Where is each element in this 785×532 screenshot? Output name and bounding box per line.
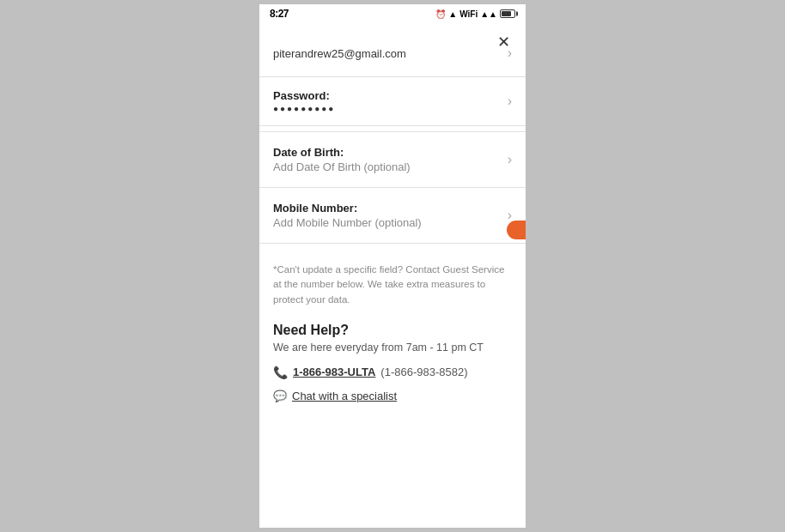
scroll-indicator <box>507 221 526 239</box>
network-icon: ▲▲ <box>480 9 497 19</box>
card-section: Date of Birth: Add Date Of Birth (option… <box>259 131 526 244</box>
signal-icon: ▲ <box>448 9 457 19</box>
battery-icon <box>500 9 515 18</box>
alarm-icon: ⏰ <box>435 9 446 19</box>
help-section: Need Help? We are here everyday from 7am… <box>259 314 526 416</box>
email-value: piterandrew25@gmail.com <box>273 47 501 60</box>
mobile-number-row[interactable]: Mobile Number: Add Mobile Number (option… <box>259 188 526 243</box>
chat-specialist-link[interactable]: 💬 Chat with a specialist <box>273 390 512 402</box>
status-icons: ⏰ ▲ WiFi ▲▲ <box>435 9 515 19</box>
dob-chevron-icon: › <box>508 152 512 167</box>
dob-label: Date of Birth: <box>273 146 501 159</box>
date-of-birth-row[interactable]: Date of Birth: Add Date Of Birth (option… <box>259 132 526 188</box>
help-title: Need Help? <box>273 323 512 338</box>
password-content: Password: ●●●●●●●●● <box>273 89 501 113</box>
note-text: *Can't update a specific field? Contact … <box>273 263 512 307</box>
chat-text: Chat with a specialist <box>292 390 397 402</box>
password-dots: ●●●●●●●●● <box>273 104 501 113</box>
mobile-content: Mobile Number: Add Mobile Number (option… <box>273 202 501 229</box>
wifi-icon: WiFi <box>459 9 478 19</box>
password-field-row[interactable]: Password: ●●●●●●●●● › <box>259 77 526 126</box>
chat-icon: 💬 <box>273 390 287 402</box>
help-subtitle: We are here everyday from 7am - 11 pm CT <box>273 342 512 354</box>
phone-icon: 📞 <box>273 366 288 379</box>
status-bar: 8:27 ⏰ ▲ WiFi ▲▲ <box>259 4 526 23</box>
mobile-label: Mobile Number: <box>273 202 501 215</box>
phone-number-main: 1-866-983-ULTA <box>293 366 375 378</box>
dob-placeholder: Add Date Of Birth (optional) <box>273 160 501 173</box>
password-label: Password: <box>273 89 501 102</box>
battery-fill <box>502 11 511 16</box>
mobile-placeholder: Add Mobile Number (optional) <box>273 216 501 229</box>
status-time: 8:27 <box>270 8 289 20</box>
email-field-row[interactable]: piterandrew25@gmail.com › <box>259 30 526 77</box>
content-area: ✕ piterandrew25@gmail.com › Password: ●●… <box>259 23 526 528</box>
dob-content: Date of Birth: Add Date Of Birth (option… <box>273 146 501 173</box>
scroll-content: piterandrew25@gmail.com › Password: ●●●●… <box>259 23 526 528</box>
close-button[interactable]: ✕ <box>493 32 514 52</box>
note-section: *Can't update a specific field? Contact … <box>259 249 526 314</box>
phone-link[interactable]: 📞 1-866-983-ULTA (1-866-983-8582) <box>273 366 512 379</box>
password-chevron-icon: › <box>508 94 512 109</box>
close-icon: ✕ <box>497 33 510 51</box>
phone-frame: 8:27 ⏰ ▲ WiFi ▲▲ ✕ piterandrew25@gmail.c… <box>259 4 526 528</box>
phone-number-alt: (1-866-983-8582) <box>380 366 467 378</box>
